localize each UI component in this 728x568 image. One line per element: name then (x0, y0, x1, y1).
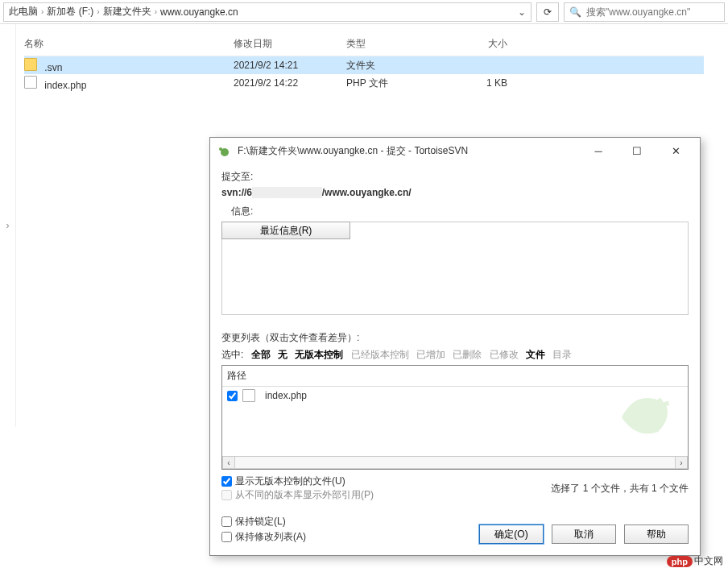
search-icon: 🔍 (569, 6, 581, 18)
chevron-right-icon: › (97, 7, 99, 16)
show-externals-input (221, 490, 232, 500)
file-icon (24, 76, 37, 89)
column-header-size[interactable]: 大小 (435, 37, 507, 51)
horizontal-scrollbar[interactable]: ‹ › (222, 456, 688, 469)
breadcrumb-item[interactable]: 新加卷 (F:) (47, 5, 93, 19)
search-box[interactable]: 🔍 (564, 2, 725, 22)
selection-summary: 选择了 1 个文件，共有 1 个文件 (551, 482, 689, 495)
dialog-titlebar[interactable]: F:\新建文件夹\www.ouyangke.cn - 提交 - Tortoise… (210, 138, 700, 164)
file-list-header[interactable]: 名称 修改日期 类型 大小 (24, 37, 704, 56)
sidebar-expand-handle[interactable]: › (0, 24, 16, 427)
filter-all[interactable]: 全部 (251, 349, 271, 360)
filter-row: 选中: 全部 无 无版本控制 已经版本控制 已增加 已删除 已修改 文件 目录 (221, 348, 689, 362)
chevron-right-icon: › (155, 7, 157, 16)
scroll-right-icon[interactable]: › (675, 456, 688, 469)
breadcrumb-item[interactable]: www.ouyangke.cn (160, 6, 238, 18)
changelist-label: 变更列表（双击文件查看差异）: (221, 331, 689, 345)
show-unversioned-checkbox[interactable]: 显示无版本控制的文件(U) (221, 475, 374, 488)
folder-icon (24, 58, 37, 71)
explorer-address-bar: 此电脑 › 新加卷 (F:) › 新建文件夹 › www.ouyangke.cn… (0, 0, 728, 24)
maximize-button[interactable]: ☐ (621, 139, 653, 162)
file-date: 2021/9/2 14:22 (234, 77, 346, 89)
keep-changelists-input[interactable] (221, 532, 232, 542)
close-button[interactable]: ✕ (660, 139, 692, 162)
filter-files[interactable]: 文件 (526, 349, 545, 360)
filter-deleted[interactable]: 已删除 (453, 349, 482, 360)
file-list: 名称 修改日期 类型 大小 .svn 2021/9/2 14:21 文件夹 in… (0, 37, 728, 92)
commit-message-input[interactable] (222, 239, 688, 314)
refresh-button[interactable]: ⟳ (536, 2, 559, 22)
refresh-icon: ⟳ (544, 6, 552, 18)
filter-prefix: 选中: (221, 349, 243, 360)
file-date: 2021/9/2 14:21 (234, 60, 346, 71)
recent-messages-button[interactable]: 最近信息(R) (221, 222, 350, 239)
file-name: index.php (44, 80, 86, 91)
file-row[interactable]: index.php 2021/9/2 14:22 PHP 文件 1 KB (24, 74, 704, 92)
cancel-button[interactable]: 取消 (552, 524, 616, 544)
file-type: PHP 文件 (346, 77, 435, 90)
commit-url: svn://6xxxx/www.ouyangke.cn/ (221, 187, 689, 198)
file-icon (242, 389, 255, 402)
breadcrumb-item[interactable]: 新建文件夹 (103, 5, 151, 19)
info-label: 信息: (221, 205, 689, 218)
svg-point-1 (219, 147, 222, 151)
show-externals-checkbox[interactable]: 从不同的版本库显示外部引用(P) (221, 488, 374, 502)
filter-none[interactable]: 无 (278, 349, 287, 360)
keep-changelists-checkbox[interactable]: 保持修改列表(A) (221, 530, 306, 544)
changelist-item-name: index.php (265, 390, 307, 401)
tortoise-icon (218, 144, 231, 157)
chevron-down-icon[interactable]: ⌄ (518, 6, 526, 18)
column-header-type[interactable]: 类型 (346, 37, 435, 51)
dialog-title: F:\新建文件夹\www.ouyangke.cn - 提交 - Tortoise… (238, 144, 576, 158)
keep-locks-checkbox[interactable]: 保持锁定(L) (221, 515, 306, 529)
ok-button[interactable]: 确定(O) (479, 524, 544, 544)
site-watermark: php 中文网 (667, 554, 723, 568)
breadcrumb-item[interactable]: 此电脑 (9, 5, 38, 19)
column-header-name[interactable]: 名称 (24, 37, 234, 51)
changelist-box: 路径 index.php ‹ › (221, 365, 689, 470)
file-size: 1 KB (435, 77, 507, 89)
scroll-track[interactable] (235, 456, 675, 469)
file-type: 文件夹 (346, 59, 435, 73)
commit-dialog: F:\新建文件夹\www.ouyangke.cn - 提交 - Tortoise… (209, 137, 701, 556)
filter-dirs[interactable]: 目录 (552, 349, 572, 360)
column-header-date[interactable]: 修改日期 (234, 37, 346, 51)
breadcrumb[interactable]: 此电脑 › 新加卷 (F:) › 新建文件夹 › www.ouyangke.cn… (3, 2, 532, 22)
filter-versioned[interactable]: 已经版本控制 (351, 349, 409, 360)
keep-changelists-label: 保持修改列表(A) (235, 530, 306, 544)
help-button[interactable]: 帮助 (624, 524, 689, 544)
commit-to-label: 提交至: (221, 170, 689, 184)
php-logo-icon: php (667, 556, 693, 567)
site-watermark-text: 中文网 (694, 554, 723, 568)
file-name: .svn (44, 62, 62, 73)
scroll-left-icon[interactable]: ‹ (222, 456, 235, 469)
chevron-right-icon: › (41, 7, 43, 16)
file-row[interactable]: .svn 2021/9/2 14:21 文件夹 (24, 56, 704, 74)
commit-message-box: 最近信息(R) (221, 222, 689, 315)
show-unversioned-input[interactable] (221, 476, 232, 487)
search-input[interactable] (586, 6, 719, 18)
keep-locks-label: 保持锁定(L) (235, 515, 286, 529)
minimize-button[interactable]: ─ (582, 139, 614, 162)
tortoise-watermark-icon (607, 374, 680, 446)
show-unversioned-label: 显示无版本控制的文件(U) (235, 475, 345, 488)
filter-modified[interactable]: 已修改 (490, 349, 519, 360)
changelist-item-checkbox[interactable] (227, 391, 238, 401)
filter-unversioned[interactable]: 无版本控制 (295, 349, 343, 360)
keep-locks-input[interactable] (221, 516, 232, 527)
show-externals-label: 从不同的版本库显示外部引用(P) (235, 488, 374, 502)
filter-added[interactable]: 已增加 (416, 349, 445, 360)
